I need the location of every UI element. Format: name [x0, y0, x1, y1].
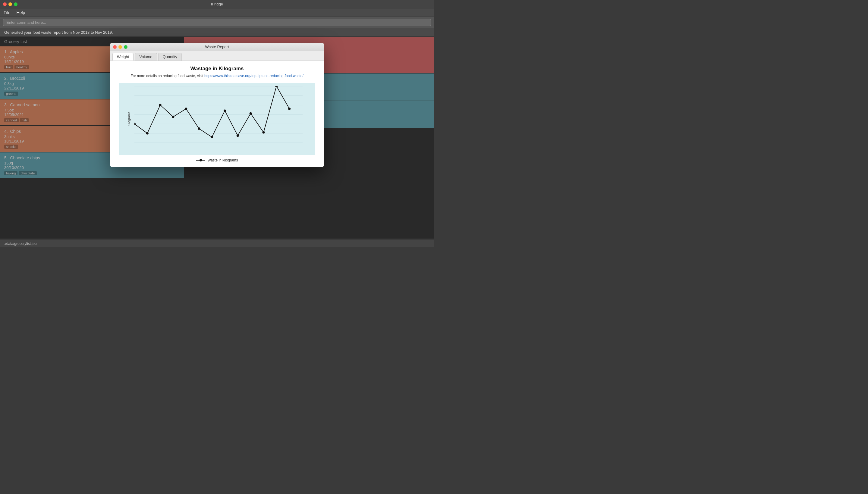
command-bar	[0, 17, 434, 28]
tab-volume[interactable]: Volume	[135, 53, 157, 60]
main-content: Grocery List 1. Apples 6units 16/11/2019…	[0, 37, 434, 239]
menu-bar: File Help	[0, 8, 434, 17]
svg-point-19	[211, 136, 213, 138]
wr-title-bar: Waste Report	[110, 43, 324, 51]
wr-heading: Wastage in Kilograms	[116, 66, 318, 72]
close-button[interactable]	[3, 2, 7, 6]
legend-line-icon	[196, 158, 205, 162]
y-axis-label: Kilograms	[127, 111, 131, 126]
svg-point-25	[288, 108, 291, 110]
wr-maximize-button[interactable]	[124, 45, 128, 49]
wr-legend: Waste in kilograms	[116, 158, 318, 163]
wr-window-title: Waste Report	[205, 44, 229, 49]
chart-svg: 1.4 1.2 1.0 0.8 0.6 0.4	[134, 86, 302, 143]
wr-content: Wastage in Kilograms For more details on…	[110, 61, 324, 167]
chart-area: Kilograms 1.4 1.2 1.0 0	[119, 83, 315, 155]
modal-overlay: Waste Report Weight Volume Quantity Wast…	[0, 37, 434, 239]
svg-point-15	[159, 103, 162, 106]
wr-close-button[interactable]	[113, 45, 117, 49]
svg-point-21	[237, 134, 239, 137]
wr-minimize-button[interactable]	[118, 45, 122, 49]
svg-point-16	[172, 116, 174, 118]
status-text: Generated your food waste report from No…	[4, 30, 113, 35]
command-input[interactable]	[3, 19, 431, 26]
waste-report-window: Waste Report Weight Volume Quantity Wast…	[110, 43, 324, 167]
minimize-button[interactable]	[8, 2, 12, 6]
svg-point-33	[200, 159, 202, 162]
legend-label: Waste in kilograms	[208, 158, 238, 163]
wr-subtext: For more details on reducing food waste,…	[116, 74, 318, 79]
status-bar: Generated your food waste report from No…	[0, 28, 434, 37]
wr-tabs: Weight Volume Quantity	[110, 51, 324, 61]
title-bar: iFridge	[0, 0, 434, 8]
menu-file[interactable]: File	[4, 10, 11, 15]
maximize-button[interactable]	[14, 2, 17, 6]
svg-point-20	[224, 109, 226, 112]
svg-point-23	[262, 131, 265, 133]
svg-point-22	[250, 112, 252, 115]
svg-point-14	[146, 132, 149, 134]
wr-traffic-lights	[113, 45, 128, 49]
app-title: iFridge	[211, 2, 223, 6]
svg-point-17	[185, 108, 187, 110]
menu-help[interactable]: Help	[17, 10, 25, 15]
traffic-lights	[3, 2, 17, 6]
tab-weight[interactable]: Weight	[112, 53, 133, 60]
wr-link[interactable]: https://www.thinkeatsave.org/top-tips-on…	[204, 74, 303, 78]
file-path: ./data/grocerylist.json	[4, 242, 38, 246]
bottom-bar: ./data/grocerylist.json	[0, 240, 434, 247]
tab-quantity[interactable]: Quantity	[158, 53, 182, 60]
svg-point-18	[198, 128, 200, 130]
